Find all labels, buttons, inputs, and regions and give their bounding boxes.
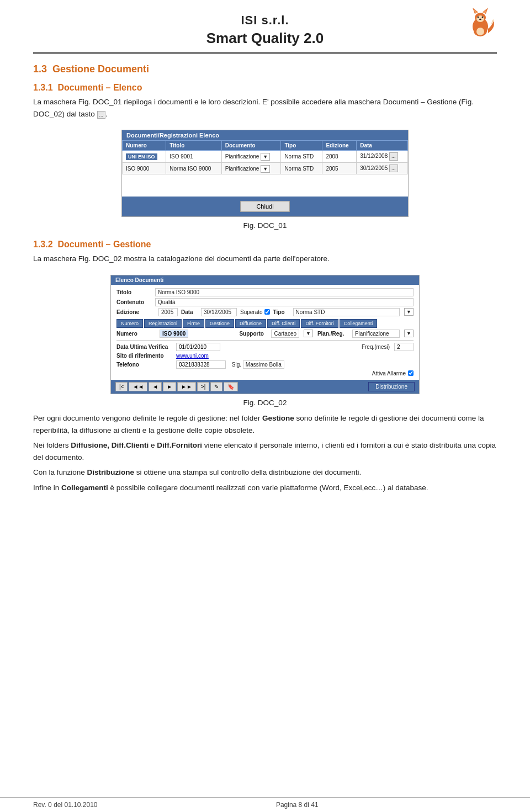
nav-bookmark[interactable]: 🔖: [224, 382, 238, 391]
nav-first[interactable]: |<: [115, 382, 128, 391]
nav-last[interactable]: >|: [197, 382, 209, 391]
col-tipo: Tipo: [281, 141, 322, 151]
tipo-label: Tipo: [273, 309, 290, 315]
logo: [464, 6, 497, 39]
table-row: UNI EN ISO ISO 9001 Pianificazione ▼ Nor…: [123, 151, 408, 163]
doc01-screenshot: Documenti/Registrazioni Elenco Numero Ti…: [121, 130, 409, 217]
section-1-3-2-heading: 1.3.2 Documenti – Gestione: [33, 240, 497, 250]
col-numero: Numero: [123, 141, 166, 151]
svg-point-11: [476, 28, 484, 35]
tab-diff-clienti[interactable]: Diff. Clienti: [267, 319, 300, 328]
freq-input[interactable]: [394, 343, 414, 351]
distribuzione-button[interactable]: Distribuzione: [368, 382, 415, 391]
contenuto-label: Contenuto: [116, 299, 155, 305]
nav-next[interactable]: ►: [163, 382, 176, 391]
nav-next-fast[interactable]: ►►: [177, 382, 196, 391]
divider1: [116, 340, 414, 341]
page-wrapper: ISI s.r.l. Smart Quality 2.0: [0, 0, 530, 812]
sito-link[interactable]: www.uni.com: [176, 353, 209, 359]
nav-edit[interactable]: ✎: [210, 382, 222, 391]
telefono-input[interactable]: [176, 360, 226, 369]
doc01-button-row: Chiudi: [122, 197, 408, 216]
page-title: Smart Quality 2.0: [33, 30, 497, 47]
tipo-dropdown[interactable]: ▼: [404, 308, 414, 316]
freq-label: Freq.(mesi): [362, 344, 390, 350]
verifica-label: Data Ultima Verifica: [116, 344, 172, 350]
doc02-contenuto-row: Contenuto Qualità: [116, 298, 414, 306]
col-documento: Documento: [221, 141, 281, 151]
sig-row: Sig. Massimo Bolla: [230, 362, 414, 368]
supporto-dropdown[interactable]: ▼: [304, 330, 313, 337]
supporto-value: Cartaceo: [271, 330, 299, 338]
svg-point-9: [479, 19, 481, 20]
table-row: ISO 9000 Norma ISO 9000 Pianificazione ▼…: [123, 162, 408, 174]
figure-doc01: Documenti/Registrazioni Elenco Numero Ti…: [33, 130, 497, 230]
edizione-value: 2005: [158, 308, 178, 316]
tab-diffusione[interactable]: Diffusione: [235, 319, 266, 328]
doc02-titlebar: Elenco Documenti: [111, 275, 419, 285]
doc02-verifica-row: Data Ultima Verifica Freq.(mesi): [116, 343, 414, 351]
tab-registrazioni[interactable]: Registrazioni: [144, 319, 182, 328]
footer-center: Pagina 8 di 41: [276, 801, 319, 809]
ellipsis-button[interactable]: ...: [97, 111, 106, 119]
doc02-nav-bar: |< ◄◄ ◄ ► ►► >| ✎ 🔖 Distribuzione: [111, 380, 419, 394]
doc02-edizione-row: Edizione 2005 Data 30/12/2005 Superato T…: [116, 308, 414, 316]
doc02-tabs: Numero Registrazioni Firme Gestione Diff…: [116, 319, 414, 328]
tab-gestione[interactable]: Gestione: [205, 319, 234, 328]
doc02-allarme-row: Attiva Allarme: [116, 370, 414, 376]
tab-numero[interactable]: Numero: [116, 319, 143, 328]
tab-diff-fornitori[interactable]: Diff. Fornitori: [301, 319, 338, 328]
section-1-3-1-text: La maschera Fig. DOC_01 riepiloga i docu…: [33, 96, 497, 120]
page-header: ISI s.r.l. Smart Quality 2.0: [33, 0, 497, 54]
sig-value: Massimo Bolla: [243, 360, 284, 369]
col-titolo: Titolo: [166, 141, 221, 151]
pianreg-dropdown[interactable]: ▼: [404, 330, 414, 337]
doc02-screenshot: Elenco Documenti Titolo Norma ISO 9000 C…: [110, 275, 420, 394]
footer-left: Rev. 0 del 01.10.2010: [33, 801, 98, 809]
telefono-label: Telefono: [116, 362, 172, 368]
contenuto-value: Qualità: [155, 298, 414, 306]
verifica-input[interactable]: [176, 343, 220, 351]
doc02-telefono-row: Telefono Sig. Massimo Bolla: [116, 360, 414, 369]
nav-buttons: |< ◄◄ ◄ ► ►► >| ✎ 🔖: [115, 382, 238, 391]
titolo-value: Norma ISO 9000: [155, 288, 414, 296]
col-edizione: Edizione: [322, 141, 357, 151]
sito-label: Sito di riferimento: [116, 353, 172, 359]
data-value: 30/12/2005: [201, 308, 237, 316]
page-footer: Rev. 0 del 01.10.2010 Pagina 8 di 41: [0, 797, 530, 812]
tab-firme[interactable]: Firme: [183, 319, 204, 328]
doc01-table: Numero Titolo Documento Tipo Edizione Da…: [122, 140, 408, 174]
doc01-titlebar: Documenti/Registrazioni Elenco: [122, 130, 408, 140]
tab-collegamenti[interactable]: Collegamenti: [340, 319, 378, 328]
section-1-3-2-text: La maschera Fig. DOC_02 mostra la catalo…: [33, 253, 497, 265]
nav-prev[interactable]: ◄: [149, 382, 162, 391]
allarme-checkbox[interactable]: [408, 370, 414, 376]
superato-row: Superato: [240, 309, 270, 315]
para3: Con la funzione Distribuzione si ottiene…: [33, 466, 497, 479]
nav-prev-fast[interactable]: ◄◄: [129, 382, 147, 391]
section-1-3-1-heading: 1.3.1 Documenti – Elenco: [33, 83, 497, 93]
fig-doc02-caption: Fig. DOC_02: [243, 399, 287, 407]
titolo-label: Titolo: [116, 289, 155, 295]
pianreg-value: Pianificazione: [352, 330, 400, 338]
para1: Per ogni documento vengono definite le r…: [33, 412, 497, 436]
inner-numero-label: Numero: [116, 331, 155, 337]
allarme-label: Attiva Allarme: [372, 370, 406, 376]
supporto-label: Supporto: [239, 331, 267, 337]
edizione-label: Edizione: [116, 309, 155, 315]
para4: Infine in Collegamenti è possibile colle…: [33, 482, 497, 494]
inner-numero-value: ISO 9000: [160, 330, 188, 338]
doc02-inner-numero-row: Numero ISO 9000 Supporto Cartaceo ▼ Pian…: [116, 330, 414, 338]
svg-point-7: [478, 17, 479, 18]
pianreg-label: Pian./Reg.: [317, 331, 348, 337]
data-label: Data: [181, 309, 198, 315]
section-1-3-heading: 1.3 Gestione Documenti: [33, 63, 497, 75]
svg-point-8: [482, 17, 484, 18]
superato-checkbox[interactable]: [264, 309, 270, 315]
tipo-value: Norma STD: [293, 308, 400, 316]
fig-doc01-caption: Fig. DOC_01: [243, 221, 287, 230]
para2: Nei folders Diffusione, Diff.Clienti e D…: [33, 439, 497, 463]
company-name: ISI s.r.l.: [33, 13, 497, 28]
doc01-close-button[interactable]: Chiudi: [240, 201, 289, 212]
figure-doc02: Elenco Documenti Titolo Norma ISO 9000 C…: [33, 275, 497, 407]
